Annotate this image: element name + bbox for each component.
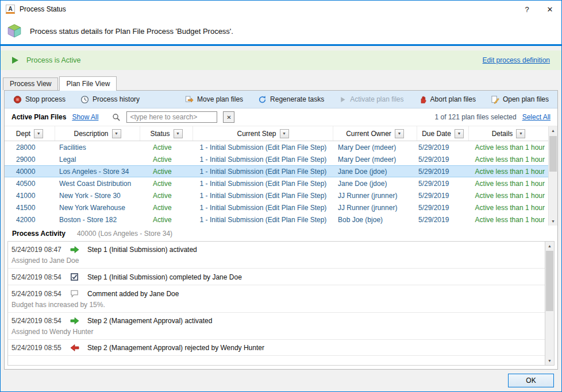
activity-scroll-track[interactable] — [545, 250, 554, 356]
cell-description: Facilities — [55, 141, 140, 153]
process-activity-header: Process Activity 40000 (Los Angeles - St… — [5, 226, 557, 241]
event-text: Step 2 (Management Approval) rejected by… — [87, 344, 264, 352]
process-activity-area: 5/24/2019 08:47 Step 1 (Initial Submissi… — [7, 241, 555, 366]
tab-plan-file-view[interactable]: Plan File View — [59, 76, 117, 91]
table-row[interactable]: 42000 Boston - Store 182 Active 1 - Init… — [5, 214, 548, 226]
step-activated-icon — [70, 246, 87, 254]
abort-plan-files-button[interactable]: Abort plan files — [416, 94, 479, 106]
activity-event-main: 5/24/2019 08:54 Step 2 (Management Appro… — [11, 317, 539, 325]
event-text: Step 1 (Initial Submission) activated — [87, 246, 197, 254]
process-history-button[interactable]: Process history — [78, 94, 143, 106]
ok-button[interactable]: OK — [508, 374, 554, 387]
event-text: Comment added by Jane Doe — [87, 290, 179, 298]
due-date-header-label: Due Date — [422, 130, 451, 138]
regenerate-tasks-button[interactable]: Regenerate tasks — [255, 94, 327, 106]
cell-current-owner: JJ Runner (jrunner) — [333, 201, 417, 214]
cell-details: Active less than 1 hour — [469, 141, 548, 153]
event-timestamp: 5/24/2019 08:55 — [11, 344, 70, 352]
clear-search-button[interactable]: ✕ — [223, 111, 234, 123]
table-scroll-track[interactable] — [549, 135, 557, 217]
close-button[interactable]: ✕ — [538, 1, 561, 18]
cell-dept: 29000 — [5, 153, 55, 165]
tab-process-view[interactable]: Process View — [3, 77, 58, 90]
activity-scroll-up-icon[interactable]: ▲ — [545, 242, 554, 250]
plan-files-table-main: Dept ▼ Description ▼ Status ▼ Current St… — [5, 126, 548, 226]
activity-event-main: 5/24/2019 08:47 Step 1 (Initial Submissi… — [11, 246, 539, 254]
activate-plan-files-button[interactable]: Activate plan files — [336, 94, 406, 105]
edit-process-definition-link[interactable]: Edit process definition — [483, 56, 550, 64]
select-all-link[interactable]: Select All — [522, 113, 551, 121]
activity-scrollbar[interactable]: ▲ ▼ — [545, 242, 554, 365]
table-scroll-thumb[interactable] — [549, 136, 557, 172]
table-row[interactable]: 41000 New York - Store 30 Active 1 - Ini… — [5, 189, 548, 201]
help-button[interactable]: ? — [515, 1, 538, 18]
cell-current-owner: Bob Joe (bjoe) — [333, 214, 417, 226]
activity-event: 5/24/2019 08:54 Step 1 (Initial Submissi… — [8, 269, 545, 285]
status-filter-dropdown[interactable]: ▼ — [174, 129, 183, 138]
move-plan-files-button[interactable]: Move plan files — [182, 94, 246, 106]
activity-scroll-down-icon[interactable]: ▼ — [545, 356, 554, 365]
event-text: Step 1 (Initial Submission) completed by… — [87, 273, 242, 281]
activity-event: 5/24/2019 08:54 Step 2 (Management Appro… — [8, 313, 545, 340]
cell-current-owner: Jane Doe (jdoe) — [333, 165, 417, 177]
due-date-filter-dropdown[interactable]: ▼ — [455, 129, 464, 138]
event-timestamp: 5/24/2019 08:54 — [11, 273, 70, 281]
cell-details: Active less than 1 hour — [469, 201, 548, 214]
show-all-link[interactable]: Show All — [72, 113, 98, 121]
cell-current-step: 1 - Initial Submission (Edit Plan File S… — [193, 201, 333, 214]
current-owner-filter-dropdown[interactable]: ▼ — [395, 129, 404, 138]
cell-current-owner: Mary Deer (mdeer) — [333, 141, 417, 153]
cell-current-owner: Mary Deer (mdeer) — [333, 153, 417, 165]
cell-dept: 41500 — [5, 201, 55, 214]
toolbar: Stop process Process history Move plan f… — [5, 91, 557, 108]
open-plan-files-label: Open plan files — [503, 95, 549, 103]
search-icon — [112, 113, 121, 122]
description-filter-dropdown[interactable]: ▼ — [112, 129, 121, 138]
step-activated-icon — [70, 317, 87, 325]
table-row[interactable]: 29000 Legal Active 1 - Initial Submissio… — [5, 153, 548, 165]
table-scroll-down-icon[interactable]: ▼ — [549, 217, 557, 226]
table-row[interactable]: 28000 Facilities Active 1 - Initial Subm… — [5, 141, 548, 153]
table-row[interactable]: 40000 Los Angeles - Store 34 Active 1 - … — [5, 165, 548, 177]
dept-column-header: Dept ▼ — [5, 126, 55, 141]
cell-current-step: 1 - Initial Submission (Edit Plan File S… — [193, 214, 333, 226]
dialog-header: Process status details for Plan File Pro… — [1, 18, 561, 46]
activity-scroll-thumb[interactable] — [546, 251, 553, 311]
activity-event: 5/24/2019 08:47 Step 1 (Initial Submissi… — [8, 242, 545, 269]
open-plan-files-button[interactable]: Open plan files — [488, 94, 552, 106]
plan-files-table-body: 28000 Facilities Active 1 - Initial Subm… — [5, 141, 548, 226]
cell-current-step: 1 - Initial Submission (Edit Plan File S… — [193, 141, 333, 153]
abort-plan-files-label: Abort plan files — [430, 95, 476, 103]
active-plan-files-label: Active Plan Files — [11, 113, 66, 121]
status-column-header: Status ▼ — [140, 126, 193, 141]
cell-due-date: 5/29/2019 — [417, 189, 469, 201]
stop-process-icon — [13, 95, 22, 104]
cell-details: Active less than 1 hour — [469, 177, 548, 189]
table-row[interactable]: 41500 New York Warehouse Active 1 - Init… — [5, 201, 548, 214]
details-filter-dropdown[interactable]: ▼ — [516, 129, 525, 138]
event-timestamp: 5/24/2019 08:54 — [11, 317, 70, 325]
cell-status: Active — [140, 177, 193, 189]
table-scrollbar[interactable]: ▲ ▼ — [548, 126, 557, 226]
table-header: Dept ▼ Description ▼ Status ▼ Current St… — [5, 126, 548, 141]
dept-filter-dropdown[interactable]: ▼ — [34, 129, 43, 138]
process-cube-icon — [7, 24, 22, 38]
current-step-filter-dropdown[interactable]: ▼ — [280, 129, 289, 138]
cell-due-date: 5/29/2019 — [417, 201, 469, 214]
process-activity-title: Process Activity — [12, 230, 66, 238]
process-history-label: Process history — [93, 95, 140, 103]
dept-header-label: Dept — [16, 130, 30, 138]
cell-dept: 40500 — [5, 177, 55, 189]
table-scroll-up-icon[interactable]: ▲ — [549, 126, 557, 135]
filter-bar: Active Plan Files Show All ✕ 1 of 121 pl… — [5, 108, 557, 126]
stop-process-button[interactable]: Stop process — [10, 94, 68, 106]
search-input[interactable] — [126, 111, 217, 123]
stop-process-label: Stop process — [25, 95, 66, 103]
cell-dept: 28000 — [5, 141, 55, 153]
table-row[interactable]: 40500 West Coast Distribution Active 1 -… — [5, 177, 548, 189]
step-rejected-icon — [70, 344, 87, 352]
due-date-column-header: Due Date ▼ — [417, 126, 469, 141]
cell-dept: 42000 — [5, 214, 55, 226]
process-history-icon — [80, 95, 89, 104]
plan-file-view-panel: Stop process Process history Move plan f… — [4, 90, 558, 370]
